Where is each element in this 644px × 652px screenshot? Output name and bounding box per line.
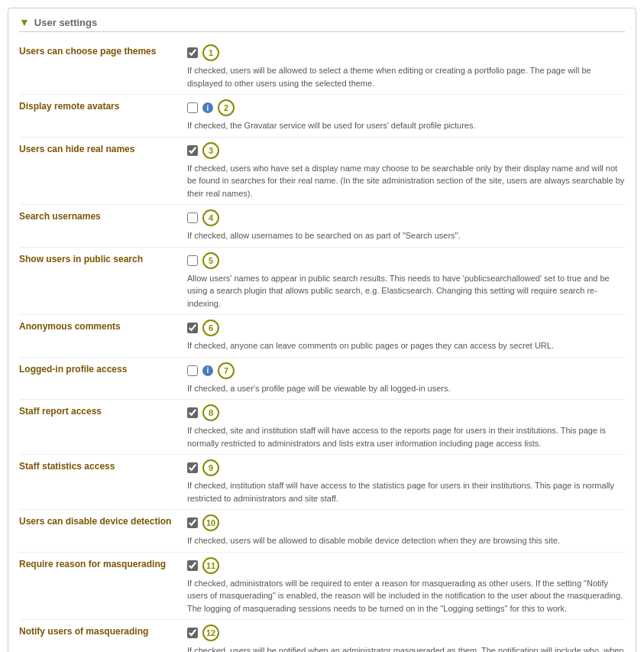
setting-desc-12: If checked, users will be notified when …: [187, 644, 625, 652]
setting-badge-7: 7: [218, 362, 235, 379]
collapse-arrow[interactable]: ▼: [19, 16, 30, 28]
setting-row: Show users in public search5Allow users'…: [19, 248, 625, 316]
setting-row: Logged-in profile accessi7If checked, a …: [19, 358, 625, 401]
setting-checkbox-5[interactable]: [187, 255, 198, 266]
control-row: 3: [187, 142, 625, 159]
setting-desc-10: If checked, users will be allowed to dis…: [187, 534, 625, 547]
setting-control: 11If checked, administrators will be req…: [187, 557, 625, 615]
info-icon-7[interactable]: i: [202, 365, 213, 376]
setting-checkbox-6[interactable]: [187, 323, 198, 333]
setting-label: Notify users of masquerading: [19, 624, 187, 637]
setting-badge-2: 2: [218, 99, 235, 116]
control-row: 4: [187, 209, 625, 226]
control-row: 6: [187, 320, 625, 336]
setting-checkbox-1[interactable]: [187, 47, 198, 58]
setting-badge-4: 4: [202, 209, 219, 226]
setting-desc-1: If checked, users will be allowed to sel…: [187, 64, 625, 89]
user-settings-panel: ▼ User settings Users can choose page th…: [8, 8, 636, 652]
setting-desc-7: If checked, a user's profile page will b…: [187, 382, 625, 395]
setting-badge-10: 10: [202, 514, 219, 531]
info-icon-2[interactable]: i: [202, 102, 213, 113]
setting-label: Show users in public search: [19, 252, 187, 264]
setting-label: Require reason for masquerading: [19, 557, 187, 569]
setting-checkbox-7[interactable]: [187, 365, 198, 376]
setting-checkbox-3[interactable]: [187, 145, 198, 156]
setting-row: Display remote avatarsi2If checked, the …: [19, 95, 625, 138]
section-title: ▼ User settings: [19, 16, 625, 32]
setting-desc-3: If checked, users who have set a display…: [187, 162, 625, 200]
setting-control: 5Allow users' names to appear in public …: [187, 252, 625, 310]
setting-row: Staff statistics access9If checked, inst…: [19, 455, 625, 510]
setting-control: 12If checked, users will be notified whe…: [187, 624, 625, 652]
setting-label: Staff statistics access: [19, 459, 187, 472]
setting-label: Display remote avatars: [19, 99, 187, 112]
setting-label: Staff report access: [19, 404, 187, 417]
setting-badge-1: 1: [202, 44, 219, 61]
setting-desc-6: If checked, anyone can leave comments on…: [187, 339, 625, 352]
setting-checkbox-12[interactable]: [187, 628, 198, 638]
setting-badge-6: 6: [202, 320, 219, 336]
setting-checkbox-9[interactable]: [187, 462, 198, 473]
setting-checkbox-11[interactable]: [187, 560, 198, 571]
control-row: 11: [187, 557, 625, 574]
setting-row: Notify users of masquerading12If checked…: [19, 620, 625, 652]
setting-row: Anonymous comments6If checked, anyone ca…: [19, 315, 625, 358]
section-title-text: User settings: [34, 17, 97, 28]
control-row: i2: [187, 99, 625, 116]
settings-list: Users can choose page themes1If checked,…: [19, 40, 625, 652]
setting-label: Users can disable device detection: [19, 514, 187, 527]
setting-row: Users can disable device detection10If c…: [19, 510, 625, 553]
control-row: 1: [187, 44, 625, 61]
setting-desc-4: If checked, allow usernames to be search…: [187, 229, 625, 242]
control-row: 12: [187, 624, 625, 641]
setting-badge-5: 5: [202, 252, 219, 269]
setting-row: Users can hide real names3If checked, us…: [19, 138, 625, 206]
control-row: 9: [187, 459, 625, 476]
setting-row: Staff report access8If checked, site and…: [19, 400, 625, 455]
setting-control: 1If checked, users will be allowed to se…: [187, 44, 625, 89]
setting-desc-8: If checked, site and institution staff w…: [187, 424, 625, 449]
setting-row: Search usernames4If checked, allow usern…: [19, 205, 625, 248]
setting-row: Users can choose page themes1If checked,…: [19, 40, 625, 95]
control-row: i7: [187, 362, 625, 379]
control-row: 8: [187, 404, 625, 421]
setting-badge-9: 9: [202, 459, 219, 476]
setting-badge-12: 12: [202, 624, 219, 641]
setting-desc-2: If checked, the Gravatar service will be…: [187, 119, 625, 132]
setting-control: 3If checked, users who have set a displa…: [187, 142, 625, 200]
setting-label: Users can choose page themes: [19, 44, 187, 57]
setting-badge-11: 11: [202, 557, 219, 574]
setting-label: Anonymous comments: [19, 320, 187, 332]
setting-control: 9If checked, institution staff will have…: [187, 459, 625, 504]
setting-control: i7If checked, a user's profile page will…: [187, 362, 625, 395]
control-row: 10: [187, 514, 625, 531]
setting-control: 6If checked, anyone can leave comments o…: [187, 320, 625, 352]
setting-desc-5: Allow users' names to appear in public s…: [187, 272, 625, 310]
setting-checkbox-8[interactable]: [187, 407, 198, 418]
setting-label: Users can hide real names: [19, 142, 187, 154]
setting-desc-11: If checked, administrators will be requi…: [187, 577, 625, 615]
setting-control: 10If checked, users will be allowed to d…: [187, 514, 625, 547]
control-row: 5: [187, 252, 625, 269]
setting-badge-3: 3: [202, 142, 219, 159]
setting-checkbox-2[interactable]: [187, 102, 198, 113]
setting-checkbox-10[interactable]: [187, 517, 198, 528]
setting-control: 4If checked, allow usernames to be searc…: [187, 209, 625, 242]
setting-label: Logged-in profile access: [19, 362, 187, 375]
setting-badge-8: 8: [202, 404, 219, 421]
setting-checkbox-4[interactable]: [187, 212, 198, 223]
setting-control: 8If checked, site and institution staff …: [187, 404, 625, 449]
setting-label: Search usernames: [19, 209, 187, 222]
setting-control: i2If checked, the Gravatar service will …: [187, 99, 625, 132]
setting-row: Require reason for masquerading11If chec…: [19, 553, 625, 621]
setting-desc-9: If checked, institution staff will have …: [187, 479, 625, 504]
